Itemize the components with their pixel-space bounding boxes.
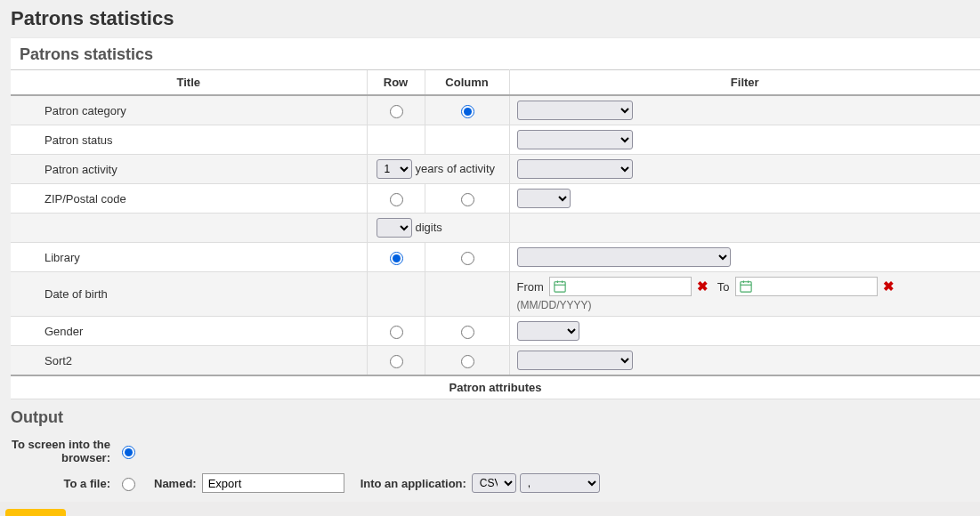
output-radio-browser[interactable] <box>122 446 135 459</box>
col-radio-category[interactable] <box>461 105 474 118</box>
dob-to-clear-icon[interactable]: ✖ <box>883 278 895 294</box>
filter-select-category[interactable] <box>517 101 633 120</box>
output-file-label: To a file: <box>11 477 117 490</box>
output-browser-label: To screen into the browser: <box>11 438 117 464</box>
label-library: Library <box>11 243 367 272</box>
filter-select-status[interactable] <box>517 130 633 149</box>
output-format-select[interactable]: CSV <box>472 473 516 493</box>
row-zip-digits: digits <box>11 214 980 243</box>
calendar-icon <box>740 280 752 293</box>
stats-panel: Patrons statistics Title Row Column Filt… <box>11 37 980 399</box>
row-radio-gender[interactable] <box>390 326 403 339</box>
row-zip: ZIP/Postal code <box>11 184 980 214</box>
calendar-icon <box>554 280 566 293</box>
label-patron-status: Patron status <box>11 125 367 155</box>
page-title: Patrons statistics <box>11 7 980 30</box>
stats-table: Title Row Column Filter Patron category … <box>11 69 980 399</box>
output-radio-file[interactable] <box>122 478 135 491</box>
row-radio-zip[interactable] <box>390 193 403 206</box>
dob-from-field[interactable] <box>566 279 687 294</box>
filter-select-sort2[interactable] <box>517 351 633 370</box>
output-delim-select[interactable]: , <box>520 473 600 493</box>
output-title: Output <box>11 408 980 427</box>
col-radio-library[interactable] <box>461 252 474 265</box>
row-library: Library <box>11 243 980 272</box>
header-column: Column <box>425 70 509 96</box>
dob-format-hint: (MM/DD/YYYY) <box>517 299 976 311</box>
label-patron-category: Patron category <box>11 95 367 125</box>
output-named-label: Named: <box>154 477 197 490</box>
stats-section-title: Patrons statistics <box>20 45 980 64</box>
row-dob: Date of birth From ✖ To <box>11 272 980 317</box>
filter-select-activity[interactable] <box>517 159 633 179</box>
patron-attributes-heading: Patron attributes <box>11 375 980 399</box>
dob-from-clear-icon[interactable]: ✖ <box>697 278 709 294</box>
dob-from-label: From <box>517 280 544 294</box>
col-radio-gender[interactable] <box>461 326 474 339</box>
years-select[interactable]: 1 <box>377 159 412 179</box>
output-filename-input[interactable] <box>202 473 344 493</box>
svg-rect-4 <box>740 282 750 292</box>
header-row: Row <box>367 70 425 96</box>
output-into-app-label: Into an application: <box>360 477 466 490</box>
digits-suffix: digits <box>416 220 442 236</box>
label-patron-activity: Patron activity <box>11 155 367 184</box>
submit-button[interactable]: Submit <box>5 509 66 516</box>
row-radio-library[interactable] <box>390 252 403 265</box>
row-radio-category[interactable] <box>390 105 403 118</box>
years-suffix: years of activity <box>416 161 496 177</box>
filter-select-gender[interactable] <box>517 321 579 341</box>
header-filter: Filter <box>509 70 980 96</box>
dob-from-input[interactable] <box>549 277 692 296</box>
dob-to-input[interactable] <box>735 277 878 296</box>
digits-select[interactable] <box>377 218 412 238</box>
dob-to-field[interactable] <box>752 279 873 294</box>
label-dob: Date of birth <box>11 272 367 317</box>
label-gender: Gender <box>11 317 367 346</box>
label-zip: ZIP/Postal code <box>11 184 367 214</box>
svg-rect-0 <box>555 282 565 292</box>
col-radio-sort2[interactable] <box>461 355 474 368</box>
row-gender: Gender <box>11 317 980 346</box>
row-radio-sort2[interactable] <box>390 355 403 368</box>
row-patron-status: Patron status <box>11 125 980 155</box>
row-sort2: Sort2 <box>11 346 980 376</box>
col-radio-zip[interactable] <box>461 193 474 206</box>
output-panel: Output To screen into the browser: To a … <box>0 408 980 516</box>
header-title: Title <box>11 70 367 96</box>
dob-to-label: To <box>717 280 730 294</box>
row-patron-category: Patron category <box>11 95 980 125</box>
label-sort2: Sort2 <box>11 346 367 376</box>
filter-select-library[interactable] <box>517 247 731 267</box>
row-patron-attributes-header: Patron attributes <box>11 375 980 399</box>
filter-select-zip[interactable] <box>517 189 571 208</box>
row-patron-activity: Patron activity 1 years of activity <box>11 155 980 184</box>
